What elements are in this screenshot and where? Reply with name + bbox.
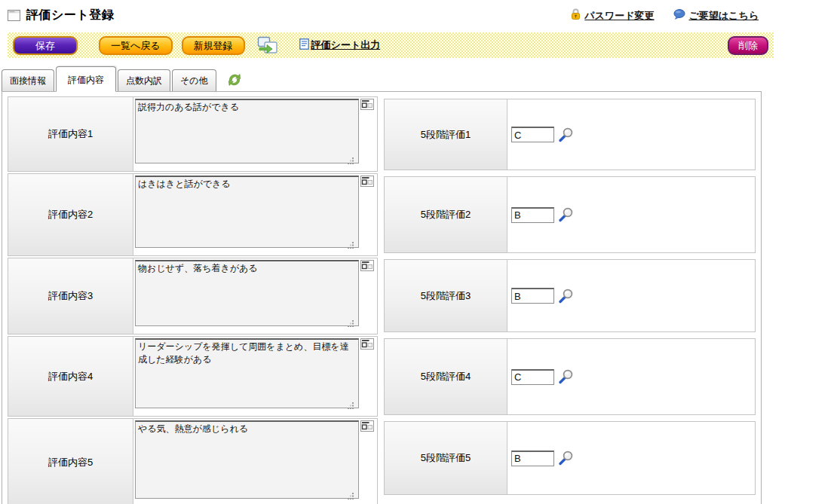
resize-grip[interactable]	[348, 242, 354, 249]
toolbar: 保存 一覧へ戻る 新規登録 評価シート出力 削除	[8, 32, 774, 58]
grade-input-2[interactable]	[511, 207, 554, 223]
header-links: パスワード変更 ご要望はこちら	[570, 8, 825, 23]
resize-grip[interactable]	[348, 402, 354, 409]
tab-score-breakdown[interactable]: 点数内訳	[118, 69, 170, 91]
table-row: 評価内容1 説得力のある話ができる	[8, 96, 378, 172]
magnifier-icon[interactable]	[557, 288, 575, 304]
content-row-label: 評価内容5	[8, 419, 133, 504]
grade-input-cell	[507, 422, 755, 494]
table-row: 評価内容5 やる気、熱意が感じられる	[8, 418, 378, 504]
tab-interview-info[interactable]: 面接情報	[2, 69, 54, 91]
grade-row-label: 5段階評価1	[385, 99, 507, 170]
grade-row-label: 5段階評価2	[385, 177, 507, 252]
content-textarea-cell: リーダーシップを発揮して周囲をまとめ、目標を達成した経験がある	[133, 337, 377, 416]
magnifier-icon[interactable]	[557, 206, 575, 223]
refresh-icon[interactable]	[227, 72, 242, 87]
content-textarea-cell: はきはきと話ができる	[133, 174, 377, 255]
popup-editor-icon[interactable]	[360, 176, 374, 187]
content-textarea-2[interactable]: はきはきと話ができる	[135, 176, 359, 248]
content-textarea-1[interactable]: 説得力のある話ができる	[135, 99, 359, 163]
content-row-label: 評価内容1	[8, 97, 133, 171]
magnifier-icon[interactable]	[557, 368, 575, 385]
table-row: 評価内容4 リーダーシップを発揮して周囲をまとめ、目標を達成した経験がある	[8, 336, 378, 417]
grade-input-cell	[507, 260, 755, 331]
new-registration-button[interactable]: 新規登録	[182, 36, 245, 55]
password-change-link-group: パスワード変更	[570, 8, 654, 23]
grade-input-4[interactable]	[511, 369, 554, 385]
grade-input-cell	[507, 339, 755, 414]
content-row-label: 評価内容4	[8, 337, 133, 416]
evaluation-content-panel: 評価内容1 説得力のある話ができる	[2, 91, 762, 504]
grade-input-1[interactable]	[511, 127, 554, 142]
page: 評価シート登録 パスワード変更	[0, 0, 834, 504]
popup-editor-icon[interactable]	[360, 420, 374, 432]
lock-icon	[570, 8, 581, 23]
content-textarea-5[interactable]: やる気、熱意が感じられる	[135, 420, 359, 499]
table-row: 5段階評価1	[384, 99, 756, 170]
copy-pages-icon[interactable]	[257, 36, 278, 54]
grade-row-label: 5段階評価4	[385, 339, 507, 414]
content-textarea-cell: やる気、熱意が感じられる	[133, 419, 377, 504]
magnifier-icon[interactable]	[557, 127, 575, 143]
popup-editor-icon[interactable]	[360, 260, 374, 271]
grade-input-cell	[507, 177, 755, 252]
export-link-group: 評価シート出力	[299, 38, 381, 53]
magnifier-icon[interactable]	[557, 450, 575, 466]
content-textarea-4[interactable]: リーダーシップを発揮して周囲をまとめ、目標を達成した経験がある	[135, 338, 359, 408]
content-row-label: 評価内容2	[8, 174, 133, 255]
table-row: 5段階評価3	[384, 259, 756, 332]
resize-grip[interactable]	[348, 493, 354, 499]
document-icon	[299, 38, 309, 53]
resize-grip[interactable]	[348, 157, 354, 164]
grade-table: 5段階評価1 5段階評価2	[384, 96, 756, 504]
save-button[interactable]: 保存	[13, 36, 78, 55]
evaluation-content-table: 評価内容1 説得力のある話ができる	[8, 96, 378, 504]
back-to-list-button[interactable]: 一覧へ戻る	[99, 36, 173, 55]
speech-bubble-icon	[673, 9, 685, 22]
table-row: 5段階評価2	[384, 176, 756, 253]
table-row: 評価内容2 はきはきと話ができる	[8, 173, 378, 256]
popup-editor-icon[interactable]	[360, 338, 374, 350]
table-row: 5段階評価5	[384, 421, 756, 495]
window-icon	[8, 10, 20, 21]
password-change-link[interactable]: パスワード変更	[584, 9, 654, 23]
table-row: 5段階評価4	[384, 338, 756, 415]
page-header: 評価シート登録 パスワード変更	[0, 0, 834, 26]
grade-input-cell	[507, 99, 755, 170]
resize-grip[interactable]	[348, 320, 354, 327]
tab-bar: 面接情報 評価内容 点数内訳 その他	[2, 66, 834, 91]
tab-evaluation-content[interactable]: 評価内容	[56, 66, 116, 92]
grade-row-label: 5段階評価3	[385, 260, 507, 331]
grade-row-label: 5段階評価5	[385, 422, 507, 494]
delete-button[interactable]: 削除	[728, 36, 768, 55]
table-row: 評価内容3 物おじせず、落ち着きがある	[8, 258, 378, 334]
content-textarea-cell: 説得力のある話ができる	[133, 97, 377, 171]
feedback-link[interactable]: ご要望はこちら	[688, 9, 759, 23]
export-evaluation-sheet-link[interactable]: 評価シート出力	[311, 38, 381, 52]
content-textarea-cell: 物おじせず、落ち着きがある	[133, 258, 377, 334]
popup-editor-icon[interactable]	[360, 99, 374, 110]
grade-input-5[interactable]	[511, 451, 554, 466]
page-title: 評価シート登録	[26, 8, 114, 23]
tab-other[interactable]: その他	[172, 69, 216, 91]
content-row-label: 評価内容3	[8, 258, 133, 334]
feedback-link-group: ご要望はこちら	[673, 9, 759, 23]
grade-input-3[interactable]	[511, 288, 554, 304]
content-textarea-3[interactable]: 物おじせず、落ち着きがある	[135, 260, 359, 326]
